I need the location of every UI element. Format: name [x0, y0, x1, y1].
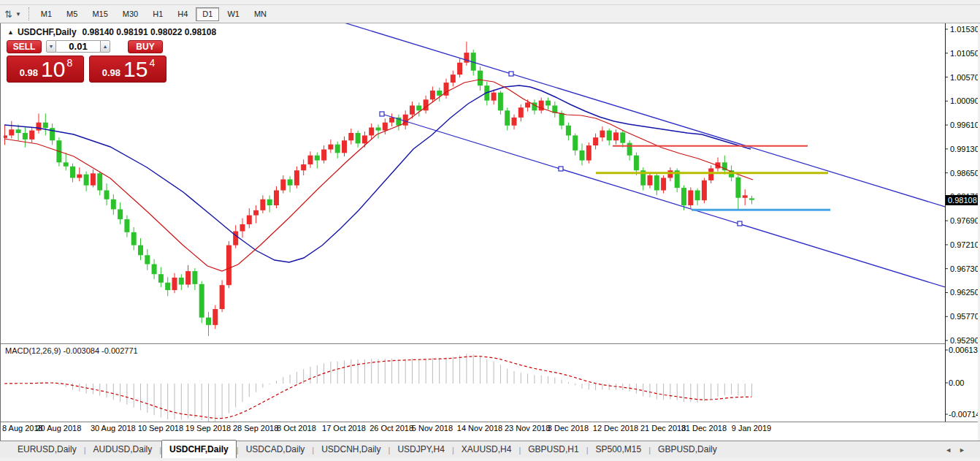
candle-body [342, 140, 347, 153]
candle-body [260, 199, 265, 210]
tab-gbpusd-h1[interactable]: GBPUSD,H1 [521, 441, 586, 458]
candle-body [667, 170, 673, 178]
timeframe-button-m15[interactable]: M15 [85, 7, 114, 21]
timeframe-button-h4[interactable]: H4 [171, 7, 194, 21]
tab-xauusd-h4[interactable]: XAUUSD,H4 [454, 441, 519, 458]
tab-eurusd-daily[interactable]: EURUSD,Daily [10, 441, 84, 458]
candle-body [695, 191, 700, 201]
candle-body [430, 91, 435, 99]
candle-body [681, 188, 686, 205]
trendline-handle[interactable] [509, 72, 513, 76]
lot-size-input[interactable] [56, 40, 100, 53]
candle-body [152, 264, 157, 275]
candle-body [131, 232, 137, 245]
candle-body [708, 168, 713, 180]
candle-body [620, 132, 625, 142]
candle-body [192, 271, 197, 284]
date-label: 5 Nov 2018 [412, 424, 453, 433]
price-tick-label: 0.97690 [950, 216, 979, 225]
buy-button[interactable]: BUY [128, 40, 163, 53]
date-label: 9 Jan 2019 [732, 424, 771, 433]
candle-body [376, 127, 381, 130]
timeframe-button-m30[interactable]: M30 [116, 7, 145, 21]
price-tick-label: 0.97210 [950, 240, 979, 249]
candle-body [145, 255, 150, 264]
trendline-lower[interactable] [382, 114, 945, 287]
current-price-badge: 0.98108 [946, 195, 979, 205]
chevron-down-icon[interactable]: ▼ [15, 11, 21, 18]
date-label: 23 Nov 2018 [505, 424, 550, 433]
timeframe-button-m1[interactable]: M1 [34, 7, 58, 21]
timeframe-toolbar: ⇅ ▼ M1M5M15M30H1H4D1W1MN [0, 5, 980, 23]
candle-body [634, 156, 639, 170]
trendline-handle[interactable] [559, 167, 563, 171]
candle-body [274, 191, 279, 205]
candle-body [491, 93, 497, 101]
lot-increase-button[interactable]: ▲ [100, 40, 110, 53]
price-tick-label: 1.01530 [950, 25, 979, 34]
buy-price-box[interactable]: 0.98 15 4 [89, 56, 166, 83]
tab-audusd-daily[interactable]: AUDUSD,Daily [86, 441, 160, 458]
sell-price-box[interactable]: 0.98 10 8 [7, 56, 84, 83]
lot-decrease-button[interactable]: ▼ [46, 40, 56, 53]
candle-body [138, 245, 143, 256]
candle-body [613, 132, 619, 140]
buy-price-base: 0.98 [102, 67, 120, 78]
candle-body [64, 162, 69, 166]
chart-tab-bar: EURUSD,Daily|AUDUSD,Daily|USDCHF,Daily|U… [0, 441, 980, 458]
candle-body [648, 175, 653, 186]
candle-body [424, 99, 429, 110]
macd-indicator-label: MACD(12,26,9) -0.003084 -0.002771 [5, 346, 138, 355]
candle-body [253, 210, 259, 216]
tab-scroll-left-icon[interactable]: ◄ [945, 446, 959, 454]
chart-canvas[interactable]: 1.015301.010501.005701.000900.996100.991… [1, 23, 980, 461]
tab-usdchf-daily[interactable]: USDCHF,Daily [161, 440, 237, 459]
timeframe-button-w1[interactable]: W1 [221, 7, 246, 21]
candle-body [505, 110, 510, 125]
sell-button[interactable]: SELL [7, 40, 42, 53]
timeframe-button-h1[interactable]: H1 [146, 7, 169, 21]
date-label: 10 Sep 2018 [138, 424, 183, 433]
trendline-handle[interactable] [380, 112, 384, 116]
chart-tools-button[interactable]: ⇅ ▼ [0, 5, 26, 23]
candle-body [580, 151, 585, 161]
candle-body [37, 123, 42, 131]
candle-body [437, 91, 442, 96]
date-label: 8 Oct 2018 [277, 424, 316, 433]
toolbar-drag-handle[interactable] [28, 7, 29, 20]
trendline-handle[interactable] [738, 221, 742, 226]
chart-window: 1.015301.010501.005701.000900.996100.991… [0, 23, 980, 441]
timeframe-button-mn[interactable]: MN [248, 7, 273, 21]
candle-body [29, 131, 34, 140]
tab-usdcnh-daily[interactable]: USDCNH,Daily [314, 441, 388, 458]
one-click-collapse-icon[interactable]: ▲ [7, 28, 14, 36]
candle-body [172, 278, 177, 290]
price-tick-label: 0.99130 [950, 145, 979, 153]
candle-body [118, 209, 123, 219]
candle-body [247, 216, 252, 224]
candle-body [702, 180, 707, 200]
candle-body [9, 129, 14, 135]
candle-body [185, 271, 191, 284]
tab-sp500-m15[interactable]: SP500,M15 [589, 441, 649, 458]
timeframe-button-m5[interactable]: M5 [60, 7, 84, 21]
candle-body [525, 102, 530, 107]
date-label: 14 Nov 2018 [457, 424, 502, 433]
candle-body [77, 175, 82, 178]
candle-body [383, 123, 388, 131]
candle-body [749, 198, 754, 199]
price-tick-label: 0.96250 [950, 288, 979, 297]
candle-body [213, 309, 218, 325]
buy-price-big: 15 [123, 58, 148, 80]
tab-usdcad-daily[interactable]: USDCAD,Daily [239, 441, 313, 458]
timeframe-button-d1[interactable]: D1 [196, 7, 219, 21]
candle-body [512, 118, 517, 126]
tab-usdjpy-h4[interactable]: USDJPY,H4 [390, 441, 451, 458]
candle-body [301, 164, 306, 170]
candle-body [315, 156, 320, 161]
tab-gbpusd-daily[interactable]: GBPUSD,Daily [651, 441, 724, 458]
date-label: 19 Sep 2018 [185, 424, 231, 433]
chart-title: ▲USDCHF,Daily0.98140 0.98191 0.98022 0.9… [7, 27, 216, 37]
tab-scroll-right-icon[interactable]: ► [959, 446, 973, 454]
candle-body [104, 191, 110, 199]
